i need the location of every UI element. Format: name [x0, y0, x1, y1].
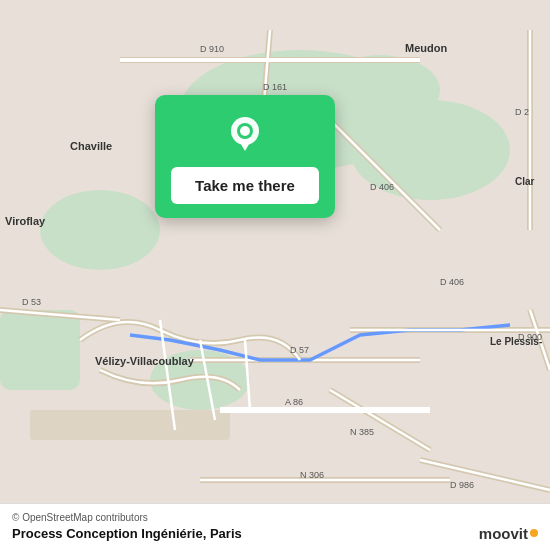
map-container: D 910 D 161 D 406 D 406 D 2 D 53 D 57 A …: [0, 0, 550, 550]
road-label-d986: D 986: [450, 480, 474, 490]
svg-point-5: [320, 55, 440, 125]
road-label-d406b: D 406: [440, 277, 464, 287]
svg-line-29: [420, 460, 550, 490]
road-label-d57: D 57: [290, 345, 309, 355]
moovit-text: moovit: [479, 525, 528, 542]
svg-marker-37: [238, 139, 252, 151]
road-label-d2: D 2: [515, 107, 529, 117]
place-chaville: Chaville: [70, 140, 112, 152]
road-label-d161: D 161: [263, 82, 287, 92]
road-label-d53: D 53: [22, 297, 41, 307]
place-name-row: Process Conception Ingéniérie, Paris moo…: [12, 525, 538, 542]
road-label-a86: A 86: [285, 397, 303, 407]
svg-rect-4: [0, 310, 80, 390]
moovit-logo: moovit: [479, 525, 538, 542]
location-pin-icon: [223, 113, 267, 157]
place-meudon: Meudon: [405, 42, 447, 54]
place-plessis: Le Plessis-: [490, 336, 542, 347]
place-name: Process Conception Ingéniérie, Paris: [12, 526, 242, 541]
osm-credit: © OpenStreetMap contributors: [12, 512, 538, 523]
svg-rect-6: [30, 410, 230, 440]
moovit-dot: [530, 529, 538, 537]
place-clar: Clar: [515, 176, 535, 187]
location-card: Take me there: [155, 95, 335, 218]
place-viroflay: Viroflay: [5, 215, 46, 227]
road-label-n306: N 306: [300, 470, 324, 480]
svg-point-36: [240, 126, 250, 136]
road-label-n385: N 385: [350, 427, 374, 437]
place-velizy: Vélizy-Villacoublay: [95, 355, 195, 367]
road-label-d406a: D 406: [370, 182, 394, 192]
road-label-d910: D 910: [200, 44, 224, 54]
svg-point-2: [40, 190, 160, 270]
bottom-bar: © OpenStreetMap contributors Process Con…: [0, 503, 550, 550]
svg-line-27: [330, 390, 430, 450]
take-me-there-button[interactable]: Take me there: [171, 167, 319, 204]
map-svg: D 910 D 161 D 406 D 406 D 2 D 53 D 57 A …: [0, 0, 550, 550]
